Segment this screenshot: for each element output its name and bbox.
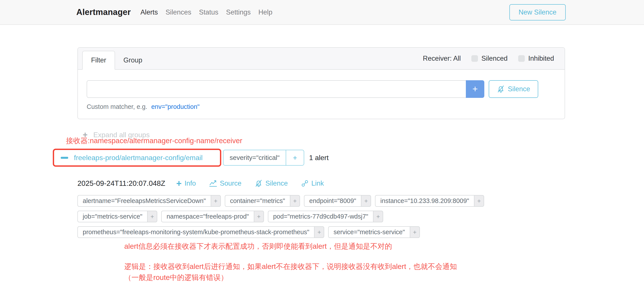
main-nav: Alerts Silences Status Settings Help <box>140 8 272 16</box>
add-label-filter-button[interactable]: + <box>254 211 264 222</box>
add-group-matcher-button[interactable]: + <box>286 150 304 165</box>
tab-filter[interactable]: Filter <box>82 51 115 70</box>
add-label-filter-button[interactable]: + <box>290 195 300 207</box>
minus-icon <box>61 157 68 159</box>
label-value[interactable]: prometheus="freeleaps-monitoring-system/… <box>78 226 314 238</box>
filter-tabs: Filter Group <box>82 48 151 69</box>
label-value[interactable]: endpoint="8009" <box>304 195 361 207</box>
add-label-filter-button[interactable]: + <box>211 195 221 207</box>
alert-source-link[interactable]: Source <box>209 180 242 187</box>
silenced-filter: Silenced <box>471 54 508 62</box>
alert-labels-row-3: prometheus="freeleaps-monitoring-system/… <box>78 226 420 238</box>
add-label-filter-button[interactable]: + <box>147 211 157 222</box>
tab-filter-label: Filter <box>91 56 106 64</box>
label-chip-service: service="metrics-service" + <box>328 226 420 238</box>
link-icon <box>301 180 308 187</box>
alert-labels-row-2: job="metrics-service" + namespace="freel… <box>78 211 383 222</box>
label-chip-alertname: alertname="FreeleapsMetricsServiceDown" … <box>78 195 221 207</box>
annotation-receiver-note: 接收器:namespace/altermanager-config-name/r… <box>66 136 242 146</box>
add-matcher-button[interactable]: + <box>466 80 484 98</box>
nav-settings[interactable]: Settings <box>226 8 251 16</box>
alert-info-label: Info <box>184 180 196 187</box>
add-label-filter-button[interactable]: + <box>314 226 324 238</box>
group-matcher-label[interactable]: severity="critical" <box>224 150 286 165</box>
inhibited-checkbox[interactable] <box>518 55 525 62</box>
add-label-filter-button[interactable]: + <box>361 195 371 207</box>
add-label-filter-button[interactable]: + <box>410 226 420 238</box>
nav-status[interactable]: Status <box>199 8 218 16</box>
group-matcher-button: severity="critical" + <box>223 150 304 166</box>
filter-card: Filter Group Receiver: All Silenced Inhi… <box>78 47 565 119</box>
label-value[interactable]: alertname="FreeleapsMetricsServiceDown" <box>78 195 211 207</box>
new-silence-button[interactable]: New Silence <box>510 4 566 20</box>
annotation-note-1: alert信息必须在接收器下才表示配置成功，否则即使能看到alert，但是通知是… <box>124 242 392 251</box>
silenced-checkbox[interactable] <box>471 55 478 62</box>
label-chip-namespace: namespace="freeleaps-prod" + <box>161 211 264 222</box>
alert-link-label: Link <box>312 180 324 187</box>
alert-source-label: Source <box>220 180 242 187</box>
nav-alerts[interactable]: Alerts <box>140 8 158 16</box>
alert-permalink[interactable]: Link <box>301 180 324 187</box>
annotation-note-3: （一般是route中的逻辑有错误） <box>124 273 228 282</box>
alert-timestamp: 2025-09-24T11:20:07.048Z <box>78 179 165 188</box>
app-brand[interactable]: Alertmanager <box>76 8 131 17</box>
label-value[interactable]: service="metrics-service" <box>328 226 410 238</box>
label-value[interactable]: instance="10.233.98.209:8009" <box>375 195 474 207</box>
label-value[interactable]: namespace="freeleaps-prod" <box>161 211 254 222</box>
alert-count: 1 alert <box>309 154 328 162</box>
nav-silences[interactable]: Silences <box>166 8 191 16</box>
navbar: Alertmanager Alerts Silences Status Sett… <box>0 0 644 25</box>
silence-from-filter-button[interactable]: Silence <box>489 80 538 98</box>
annotation-note-2: 逻辑是：接收器收到alert后进行通知，如果alert不在接收器下，说明接收器没… <box>124 262 457 272</box>
alert-silence-label: Silence <box>266 180 288 187</box>
label-value[interactable]: container="metrics" <box>225 195 290 207</box>
annotation-red-box: freeleaps-prod/alertmanager-config/email <box>53 149 221 167</box>
inhibited-label[interactable]: Inhibited <box>528 54 554 62</box>
label-chip-instance: instance="10.233.98.209:8009" + <box>375 195 484 207</box>
bell-slash-icon <box>497 85 505 93</box>
label-chip-prometheus: prometheus="freeleaps-monitoring-system/… <box>78 226 324 238</box>
alertmanager-page: Alertmanager Alerts Silences Status Sett… <box>0 0 644 296</box>
filter-card-body: + Silence Custom matcher, e.g. env="prod… <box>78 70 564 110</box>
add-label-filter-button[interactable]: + <box>474 195 484 207</box>
silenced-label[interactable]: Silenced <box>482 54 508 62</box>
bell-slash-icon <box>255 180 262 187</box>
plus-icon: + <box>176 180 182 187</box>
tab-group-label: Group <box>124 56 142 64</box>
label-chip-job: job="metrics-service" + <box>78 211 157 222</box>
tab-group[interactable]: Group <box>115 51 151 70</box>
label-value[interactable]: pod="metrics-77d9cdb497-wdsj7" <box>268 211 373 222</box>
label-chip-container: container="metrics" + <box>225 195 300 207</box>
silence-button-label: Silence <box>508 85 530 93</box>
label-chip-pod: pod="metrics-77d9cdb497-wdsj7" + <box>268 211 383 222</box>
alert-silence-link[interactable]: Silence <box>255 180 288 187</box>
alert-meta-row: 2025-09-24T11:20:07.048Z + Info Source S… <box>78 178 337 189</box>
filter-card-header: Filter Group Receiver: All Silenced Inhi… <box>78 48 564 70</box>
inhibited-filter: Inhibited <box>518 54 554 62</box>
receiver-group-button[interactable]: freeleaps-prod/alertmanager-config/email <box>74 154 202 162</box>
label-chip-endpoint: endpoint="8009" + <box>304 195 371 207</box>
receiver-filter[interactable]: Receiver: All <box>423 54 461 62</box>
chart-line-icon <box>209 180 217 187</box>
label-value[interactable]: job="metrics-service" <box>78 211 147 222</box>
nav-help[interactable]: Help <box>258 8 272 16</box>
add-label-filter-button[interactable]: + <box>373 211 383 222</box>
matcher-input[interactable] <box>87 80 466 98</box>
matcher-example-link[interactable]: env="production" <box>151 103 200 110</box>
matcher-input-row: + Silence <box>87 80 556 98</box>
custom-matcher-hint: Custom matcher, e.g. <box>87 103 147 110</box>
receiver-group-row: freeleaps-prod/alertmanager-config/email… <box>53 149 328 167</box>
alert-info-link[interactable]: + Info <box>176 180 196 187</box>
filter-options: Receiver: All Silenced Inhibited <box>423 54 554 62</box>
alert-labels-row-1: alertname="FreeleapsMetricsServiceDown" … <box>78 195 484 207</box>
custom-matcher-hint-row: Custom matcher, e.g. env="production" <box>87 103 556 110</box>
